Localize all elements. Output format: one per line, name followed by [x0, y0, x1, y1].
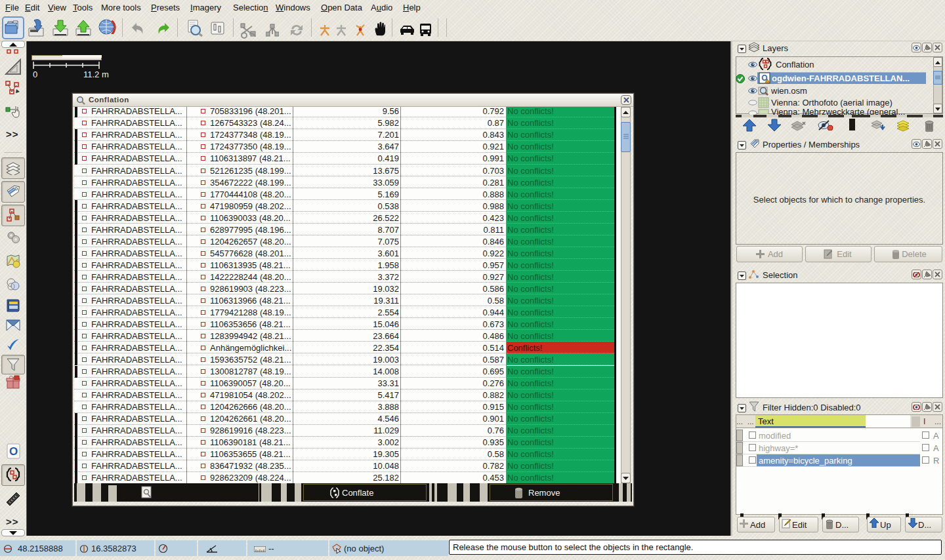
svg-text:O: O: [9, 445, 18, 458]
